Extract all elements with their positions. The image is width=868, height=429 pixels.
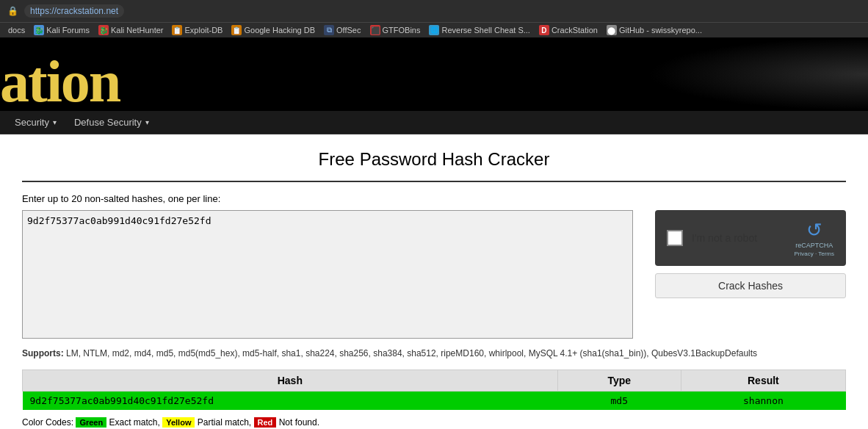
captcha-right: ↺ reCAPTCHA Privacy · Terms [794, 219, 834, 257]
bookmark-exploit-db[interactable]: 📋 Exploit-DB [172, 25, 223, 35]
color-codes: Color Codes: Green Exact match, Yellow P… [22, 417, 846, 428]
kali-nethunter-icon: 🐉 [98, 25, 109, 35]
crack-hashes-button[interactable]: Crack Hashes [655, 273, 846, 298]
captcha-checkbox[interactable] [667, 230, 683, 246]
result-hash: 9d2f75377ac0ab991d40c91fd27e52fd [23, 392, 558, 411]
yellow-desc: Partial match, [198, 417, 251, 428]
nav-bar: Security ▾ Defuse Security ▾ [0, 111, 868, 134]
main-content: Free Password Hash Cracker Enter up to 2… [0, 134, 868, 429]
hash-input[interactable]: 9d2f75377ac0ab991d40c91fd27e52fd [22, 210, 633, 339]
chevron-down-icon: ▾ [53, 118, 57, 126]
content-area: 9d2f75377ac0ab991d40c91fd27e52fd I'm not… [22, 210, 846, 341]
bookmark-gtfobins[interactable]: ⬛ GTFOBins [370, 25, 421, 35]
yellow-badge: Yellow [162, 417, 195, 428]
exploit-db-icon: 📋 [172, 25, 182, 35]
col-header-hash: Hash [23, 370, 558, 392]
green-badge: Green [76, 417, 106, 428]
site-logo: ation [0, 52, 120, 111]
bookmark-github[interactable]: ⬤ GitHub - swisskyrepo... [607, 25, 702, 35]
crackstation-icon: D [539, 25, 549, 35]
recaptcha-logo: ↺ reCAPTCHA Privacy · Terms [794, 219, 834, 257]
recaptcha-links: Privacy · Terms [794, 250, 834, 257]
github-icon: ⬤ [607, 25, 617, 35]
red-badge: Red [254, 417, 277, 428]
col-header-result: Result [681, 370, 845, 392]
recaptcha-icon: ↺ [806, 219, 822, 242]
url-bar[interactable]: https://crackstation.net [24, 4, 124, 18]
red-desc: Not found. [279, 417, 319, 428]
browser-chrome: 🔒 https://crackstation.net [0, 0, 868, 22]
security-icon: 🔒 [7, 6, 18, 16]
bookmark-reverse-shell[interactable]: 🌐 Reverse Shell Cheat S... [429, 25, 529, 35]
page-title: Free Password Hash Cracker [22, 149, 846, 170]
result-type: md5 [557, 392, 681, 411]
captcha-widget[interactable]: I'm not a robot ↺ reCAPTCHA Privacy · Te… [655, 210, 846, 266]
bookmark-docs[interactable]: docs [6, 26, 25, 35]
color-codes-prefix: Color Codes: [22, 417, 73, 428]
supports-list: LM, NTLM, md2, md4, md5, md5(md5_hex), m… [66, 348, 757, 358]
header-background [648, 37, 868, 111]
google-hacking-icon: 📋 [231, 25, 242, 35]
bookmark-kali-nethunter[interactable]: 🐉 Kali NetHunter [98, 25, 164, 35]
captcha-left: I'm not a robot [667, 230, 757, 246]
col-header-type: Type [557, 370, 681, 392]
supports-text: Supports: LM, NTLM, md2, md4, md5, md5(m… [22, 348, 846, 358]
captcha-area: I'm not a robot ↺ reCAPTCHA Privacy · Te… [655, 210, 846, 298]
bookmark-crackstation[interactable]: D CrackStation [539, 25, 598, 35]
green-desc: Exact match, [109, 417, 160, 428]
title-divider [22, 181, 846, 182]
nav-item-security[interactable]: Security ▾ [6, 111, 65, 134]
captcha-label: I'm not a robot [692, 232, 757, 244]
table-row: 9d2f75377ac0ab991d40c91fd27e52fd md5 sha… [23, 392, 846, 411]
bookmark-offsec[interactable]: ⧉ OffSec [324, 25, 361, 35]
kali-forums-icon: 🐉 [34, 25, 44, 35]
textarea-wrapper: 9d2f75377ac0ab991d40c91fd27e52fd [22, 210, 633, 341]
recaptcha-brand-label: reCAPTCHA [795, 242, 833, 249]
supports-label: Supports: [22, 348, 64, 358]
url-text: https://crackstation.net [30, 6, 118, 16]
bookmark-google-hacking[interactable]: 📋 Google Hacking DB [231, 25, 315, 35]
offsec-icon: ⧉ [324, 25, 334, 35]
result-value: shannon [681, 392, 845, 411]
bookmark-kali-forums[interactable]: 🐉 Kali Forums [34, 25, 90, 35]
nav-item-defuse-security[interactable]: Defuse Security ▾ [65, 111, 158, 134]
instruction-text: Enter up to 20 non-salted hashes, one pe… [22, 193, 846, 204]
chevron-down-icon-2: ▾ [145, 118, 149, 126]
gtfobins-icon: ⬛ [370, 25, 380, 35]
results-table: Hash Type Result 9d2f75377ac0ab991d40c91… [22, 369, 846, 410]
bookmarks-bar: docs 🐉 Kali Forums 🐉 Kali NetHunter 📋 Ex… [0, 22, 868, 37]
reverse-shell-icon: 🌐 [429, 25, 439, 35]
site-header: ation [0, 37, 868, 111]
